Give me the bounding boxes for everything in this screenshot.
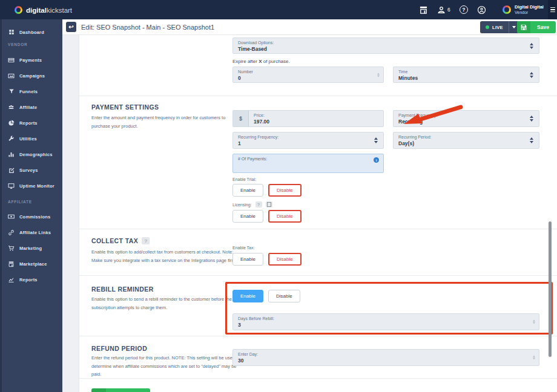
account-name: Digital Digital <box>515 4 544 10</box>
rebill-enable-button[interactable]: Enable <box>232 290 263 302</box>
refund-period-heading: REFUND PERIOD <box>91 345 147 352</box>
licensing-label: Licensing: <box>232 203 252 207</box>
section-refund-period: REFUND PERIOD Enter the refund period fo… <box>79 336 557 378</box>
recurring-frequency-select[interactable]: Recurring Frequency: 1 <box>232 132 384 149</box>
licensing-help-badge[interactable]: ? <box>255 201 262 207</box>
trial-enable-button[interactable]: Enable <box>232 184 263 197</box>
select-caret-icon <box>530 137 533 143</box>
sidebar-item-affiliate-links[interactable]: Affiliate Links <box>0 224 62 240</box>
tax-enable-button[interactable]: Enable <box>232 253 263 266</box>
account-switcher[interactable]: Digital Digital Vendor <box>503 0 544 19</box>
funnel-icon <box>8 88 15 94</box>
info-icon[interactable]: i <box>374 157 379 163</box>
sidebar-item-dashboard[interactable]: Dashboard <box>0 24 62 40</box>
select-caret-icon <box>530 72 533 78</box>
users-icon[interactable]: 6 <box>437 5 450 14</box>
section-rebill-reminder: REBILL REMINDER Enable this option to se… <box>79 275 557 336</box>
wrench-icon <box>8 136 15 142</box>
number-stepper-icon <box>533 320 535 324</box>
logo-text-light: kickstart <box>47 7 72 14</box>
licensing-doc-badge[interactable] <box>266 201 272 207</box>
live-status-button[interactable]: LIVE <box>480 21 519 33</box>
collect-tax-description: Enable this option to add/collect tax fr… <box>91 248 243 264</box>
money-bill-icon <box>8 213 15 220</box>
select-caret-icon <box>530 43 533 49</box>
sidebar-item-affiliate[interactable]: Affiliate <box>0 99 62 115</box>
rebill-toggle: Enable Disable <box>232 290 300 302</box>
number-stepper-icon <box>533 356 535 360</box>
rebill-disable-button[interactable]: Disable <box>268 290 300 302</box>
marketplace-store-icon[interactable] <box>419 5 428 15</box>
expire-help-text: Expire after X of purchase. <box>232 59 290 64</box>
sidebar-item-funnels[interactable]: Funnels <box>0 83 62 99</box>
payments-icon <box>8 57 15 64</box>
section-download-options: Download Options: Time-Based Expire afte… <box>79 35 557 96</box>
logo-text-bold: digital <box>26 7 47 14</box>
account-sync-icon[interactable] <box>477 5 486 15</box>
brand-ring-icon <box>15 6 22 14</box>
save-button-bottom[interactable] <box>91 388 150 392</box>
currency-addon: $ <box>233 111 249 126</box>
days-before-rebill-input[interactable]: Days Before Rebill: 3 <box>232 313 539 330</box>
app-logo[interactable]: digitalkickstart <box>15 0 72 19</box>
sidebar-item-commissions[interactable]: Commissions <box>0 209 62 224</box>
sidebar-section-vendor: VENDOR <box>8 42 28 47</box>
sidebar-item-utilities[interactable]: Utilities <box>0 131 62 146</box>
tax-disable-button[interactable]: Disable <box>268 253 302 266</box>
monitor-icon <box>8 183 15 189</box>
download-options-select[interactable]: Download Options: Time-Based <box>232 38 539 54</box>
chain-link-icon <box>8 229 15 236</box>
section-collect-tax: COLLECT TAX ? Enable this option to add/… <box>79 229 557 275</box>
user-count-badge: 6 <box>447 7 450 13</box>
sidebar-section-affiliate: AFFILIATE <box>8 200 32 204</box>
save-button[interactable]: Save <box>517 21 556 33</box>
cart-icon <box>8 245 15 252</box>
live-dot-icon <box>486 25 489 29</box>
sidebar-item-marketplace[interactable]: Marketplace <box>0 256 62 272</box>
enter-day-input[interactable]: Enter Day: 30 <box>232 349 539 366</box>
content-area: Download Options: Time-Based Expire afte… <box>62 35 557 392</box>
collect-tax-help-badge[interactable]: ? <box>142 237 150 244</box>
payment-settings-heading: PAYMENT SETTINGS <box>91 103 159 111</box>
licensing-toggle: Enable Disable <box>232 210 302 223</box>
payment-frequency-select[interactable]: Payment Frequency: Recurring <box>393 110 539 127</box>
enable-trial-toggle: Enable Disable <box>232 184 302 197</box>
topbar: digitalkickstart 6 ? Digital Digital Ven… <box>0 0 557 19</box>
number-stepper-icon <box>377 73 380 77</box>
number-input[interactable]: Number 0 <box>232 67 384 83</box>
sidebar-item-surveys[interactable]: Surveys <box>0 162 62 178</box>
sidebar-item-reports[interactable]: Reports <box>0 115 62 131</box>
sidebar-item-affiliate-reports[interactable]: Reports <box>0 272 62 287</box>
licensing-disable-button[interactable]: Disable <box>268 210 302 223</box>
licensing-enable-button[interactable]: Enable <box>232 210 263 223</box>
sidebar-item-campaigns[interactable]: Campaigns <box>0 68 62 83</box>
account-ring-icon <box>503 5 511 14</box>
time-select[interactable]: Time Minutes <box>393 67 539 83</box>
sidebar-item-payments[interactable]: Payments <box>0 52 62 68</box>
floppy-disk-icon <box>517 21 530 33</box>
section-payment-settings: PAYMENT SETTINGS Enter the amount and pa… <box>79 96 557 229</box>
back-button[interactable]: ↩ <box>66 22 76 32</box>
rebill-reminder-description: Enable this option to send a rebill remi… <box>91 295 246 312</box>
sidebar-item-marketing[interactable]: Marketing <box>0 240 62 256</box>
recurring-period-select[interactable]: Recurring Period: Day(s) <box>393 132 539 149</box>
form-card: Download Options: Time-Based Expire afte… <box>79 35 557 392</box>
sidebar-item-uptime-monitor[interactable]: Uptime Monitor <box>0 178 62 194</box>
price-input[interactable]: $ Price: 197.00 <box>232 110 384 127</box>
section-footer <box>79 378 557 392</box>
rebill-reminder-heading: REBILL REMINDER <box>91 286 154 293</box>
scrollbar-thumb[interactable] <box>549 221 552 357</box>
dashboard-icon <box>8 29 15 35</box>
sidebar: Dashboard VENDOR Payments Campaigns Funn… <box>0 19 62 392</box>
chevron-down-icon <box>512 26 516 28</box>
people-icon <box>8 103 15 111</box>
num-payments-input[interactable]: # Of Payments: i <box>232 154 384 173</box>
collect-tax-heading: COLLECT TAX <box>91 237 138 244</box>
help-icon[interactable]: ? <box>460 5 468 14</box>
trial-disable-button[interactable]: Disable <box>268 184 302 197</box>
hamburger-menu-icon[interactable] <box>548 0 557 19</box>
pie-chart-icon <box>8 120 15 126</box>
line-chart-icon <box>8 276 15 283</box>
sidebar-item-demographics[interactable]: Demographics <box>0 146 62 162</box>
pencil-square-icon <box>8 167 15 173</box>
